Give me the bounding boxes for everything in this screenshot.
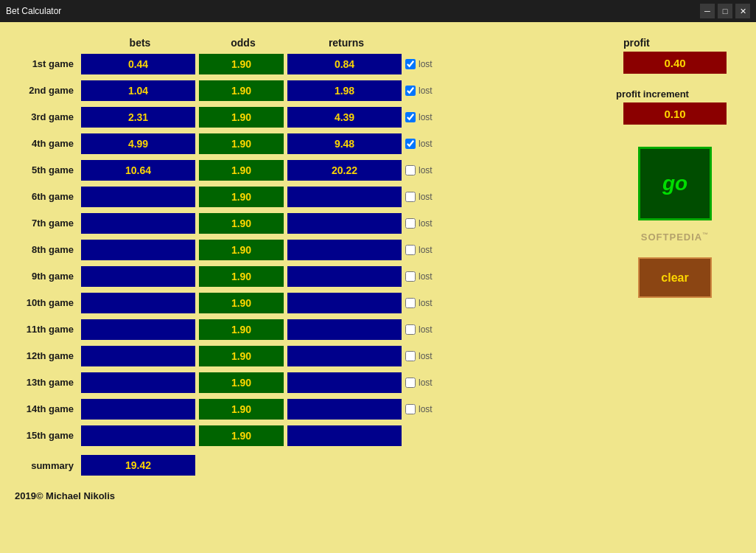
lost-checkbox-area: lost <box>405 112 457 122</box>
bet-input[interactable] <box>81 425 195 446</box>
lost-checkbox[interactable] <box>405 192 416 202</box>
table-section: bets odds returns 1st game1.90lost2nd ga… <box>15 37 594 476</box>
table-row: 9th game1.90lost <box>15 264 594 288</box>
bet-input[interactable] <box>81 160 195 181</box>
table-row: 4th game1.90lost <box>15 131 594 156</box>
summary-input[interactable] <box>81 455 195 476</box>
returns-input[interactable] <box>287 54 402 74</box>
bet-input[interactable] <box>81 187 195 207</box>
profit-increment-section: profit increment 0.10 <box>609 88 741 125</box>
lost-checkbox[interactable] <box>405 59 416 69</box>
minimize-button[interactable]: ─ <box>700 4 715 18</box>
go-button[interactable]: go <box>638 147 712 220</box>
lost-label: lost <box>419 218 433 229</box>
returns-input[interactable] <box>287 319 402 340</box>
returns-input[interactable] <box>287 160 402 181</box>
softpedia-watermark: SOFTPEDIA™ <box>641 232 709 243</box>
returns-input[interactable] <box>287 213 402 234</box>
bet-input[interactable] <box>81 372 195 393</box>
lost-label: lost <box>419 86 433 96</box>
header-row: bets odds returns <box>81 37 594 49</box>
table-row: 2nd game1.90lost <box>15 78 594 102</box>
lost-checkbox[interactable] <box>405 86 416 96</box>
table-row: 1st game1.90lost <box>15 52 594 76</box>
lost-label: lost <box>419 165 433 175</box>
lost-checkbox-area: lost <box>405 192 457 202</box>
bet-input[interactable] <box>81 346 195 366</box>
profit-section: profit 0.40 <box>609 37 741 74</box>
game-label: 5th game <box>15 164 81 175</box>
odds-box: 1.90 <box>199 319 284 340</box>
table-row: 12th game1.90lost <box>15 344 594 368</box>
odds-box: 1.90 <box>199 425 284 446</box>
returns-input[interactable] <box>287 372 402 393</box>
table-row: 7th game1.90lost <box>15 211 594 235</box>
returns-input[interactable] <box>287 425 402 446</box>
odds-box: 1.90 <box>199 133 284 154</box>
profit-value: 0.40 <box>623 52 727 74</box>
table-row: 3rd game1.90lost <box>15 105 594 129</box>
lost-checkbox-area: lost <box>405 298 457 308</box>
game-label: 7th game <box>15 218 81 229</box>
lost-checkbox-area: lost <box>405 378 457 388</box>
returns-input[interactable] <box>287 266 402 287</box>
returns-input[interactable] <box>287 399 402 420</box>
returns-input[interactable] <box>287 107 402 128</box>
header-returns: returns <box>287 37 405 49</box>
lost-checkbox[interactable] <box>405 404 416 414</box>
returns-input[interactable] <box>287 133 402 154</box>
lost-checkbox[interactable] <box>405 298 416 308</box>
table-row: 13th game1.90lost <box>15 370 594 394</box>
bet-input[interactable] <box>81 319 195 340</box>
bet-input[interactable] <box>81 213 195 234</box>
bet-input[interactable] <box>81 133 195 154</box>
lost-checkbox[interactable] <box>405 165 416 175</box>
game-rows: 1st game1.90lost2nd game1.90lost3rd game… <box>15 52 594 448</box>
game-label: 12th game <box>15 350 81 361</box>
lost-checkbox[interactable] <box>405 112 416 122</box>
right-panel: profit 0.40 profit increment 0.10 go SOF… <box>609 37 741 476</box>
lost-checkbox[interactable] <box>405 324 416 335</box>
lost-checkbox[interactable] <box>405 378 416 388</box>
window-controls: ─ □ ✕ <box>700 4 750 18</box>
table-row: 10th game1.90lost <box>15 291 594 315</box>
lost-checkbox[interactable] <box>405 139 416 149</box>
profit-increment-title: profit increment <box>616 88 689 100</box>
clear-button[interactable]: clear <box>638 257 712 298</box>
lost-checkbox[interactable] <box>405 218 416 229</box>
profit-increment-value: 0.10 <box>623 102 727 125</box>
lost-label: lost <box>419 245 433 255</box>
lost-checkbox[interactable] <box>405 245 416 255</box>
game-label: 15th game <box>15 430 81 441</box>
bet-input[interactable] <box>81 107 195 128</box>
main-content: bets odds returns 1st game1.90lost2nd ga… <box>0 22 756 553</box>
table-row: 14th game1.90lost <box>15 397 594 421</box>
game-label: 4th game <box>15 138 81 149</box>
returns-input[interactable] <box>287 187 402 207</box>
bet-input[interactable] <box>81 266 195 287</box>
lost-checkbox[interactable] <box>405 351 416 361</box>
bet-input[interactable] <box>81 80 195 101</box>
returns-input[interactable] <box>287 240 402 260</box>
odds-box: 1.90 <box>199 372 284 393</box>
bet-input[interactable] <box>81 399 195 420</box>
bet-input[interactable] <box>81 293 195 313</box>
returns-input[interactable] <box>287 80 402 101</box>
lost-checkbox[interactable] <box>405 271 416 282</box>
grid-area: bets odds returns 1st game1.90lost2nd ga… <box>15 37 741 476</box>
title-bar: Bet Calculator ─ □ ✕ <box>0 0 756 22</box>
returns-input[interactable] <box>287 293 402 313</box>
lost-checkbox-area: lost <box>405 139 457 149</box>
maximize-button[interactable]: □ <box>718 4 732 18</box>
game-label: 1st game <box>15 58 81 69</box>
table-row: 15th game1.90 <box>15 423 594 448</box>
table-row: 11th game1.90lost <box>15 317 594 341</box>
bet-input[interactable] <box>81 54 195 74</box>
lost-label: lost <box>419 324 433 335</box>
lost-label: lost <box>419 271 433 282</box>
game-label: 6th game <box>15 191 81 202</box>
lost-label: lost <box>419 378 433 388</box>
returns-input[interactable] <box>287 346 402 366</box>
bet-input[interactable] <box>81 240 195 260</box>
close-button[interactable]: ✕ <box>735 4 750 18</box>
